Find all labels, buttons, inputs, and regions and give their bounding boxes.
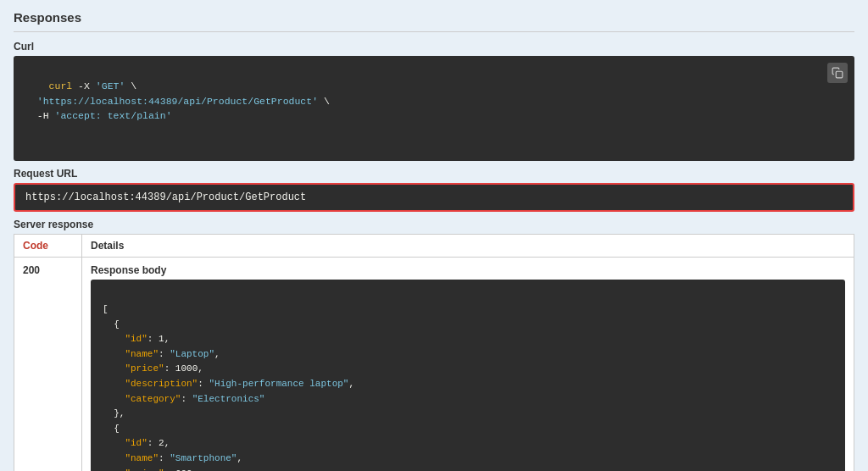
request-url-label: Request URL (14, 168, 854, 180)
details-column-header: Details (82, 234, 854, 257)
curl-code-block: curl -X 'GET' \ 'https://localhost:44389… (14, 56, 854, 161)
svg-rect-0 (836, 71, 843, 78)
response-body-label: Response body (91, 264, 845, 276)
page-title: Responses (14, 10, 854, 32)
curl-copy-button[interactable] (827, 63, 848, 83)
code-cell: 200 (14, 257, 82, 471)
details-cell: Response body [ { "id": 1, "name": "Lapt… (82, 257, 854, 471)
table-row: 200 Response body [ { "id": 1, "name": "… (14, 257, 854, 471)
code-column-header: Code (14, 234, 82, 257)
page-wrapper: Responses Curl curl -X 'GET' \ 'https://… (0, 0, 868, 471)
server-response-label: Server response (14, 219, 854, 230)
server-response-table: Code Details 200 Response body [ { "id":… (14, 234, 854, 472)
response-body-block: [ { "id": 1, "name": "Laptop", "price": … (91, 280, 845, 472)
curl-label: Curl (14, 41, 854, 53)
curl-code-text: curl -X 'GET' \ 'https://localhost:44389… (25, 80, 330, 121)
response-code: 200 (23, 264, 73, 276)
request-url-input[interactable] (14, 183, 854, 212)
